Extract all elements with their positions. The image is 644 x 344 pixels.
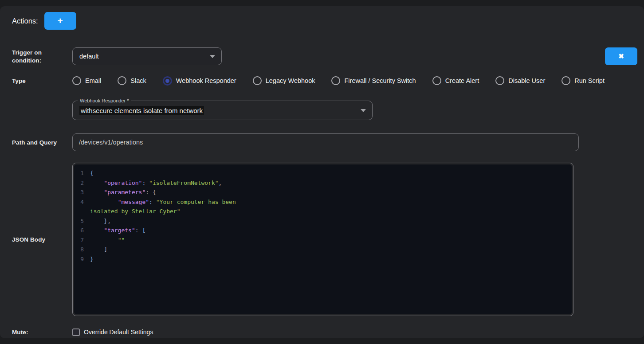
code-line: 9} <box>74 254 572 264</box>
chevron-down-icon <box>361 109 366 112</box>
radio-legacy-webhook[interactable]: Legacy Webhook <box>253 76 315 85</box>
code-text: "message": "Your computer has been <box>90 197 236 207</box>
code-text: }, <box>90 216 111 226</box>
radio-circle-icon[interactable] <box>331 76 340 85</box>
radio-run-script[interactable]: Run Script <box>562 76 605 85</box>
line-number: 6 <box>74 226 87 235</box>
type-row: Type EmailSlackWebhook ResponderLegacy W… <box>0 74 644 87</box>
radio-dot <box>564 79 568 83</box>
radio-email[interactable]: Email <box>72 76 101 85</box>
line-number <box>74 207 87 216</box>
actions-label: Actions: <box>12 17 38 25</box>
radio-label: Disable User <box>508 77 545 84</box>
line-number: 7 <box>74 235 87 245</box>
webhook-responder-value: withsecure elements isolate from network <box>79 107 204 114</box>
code-text: ] <box>90 245 107 254</box>
code-text: isolated by Stellar Cyber" <box>90 207 181 216</box>
radio-dot <box>165 79 169 83</box>
line-number: 5 <box>74 216 87 226</box>
radio-circle-icon[interactable] <box>495 76 504 85</box>
code-text: } <box>90 254 94 264</box>
code-line: 6 "targets": [ <box>74 226 572 235</box>
radio-dot <box>120 79 124 83</box>
line-number: 8 <box>74 245 87 254</box>
webhook-responder-row: Webhook Responder * withsecure elements … <box>0 101 644 120</box>
radio-circle-icon[interactable] <box>118 76 126 85</box>
radio-label: Email <box>85 77 101 84</box>
radio-label: Run Script <box>574 77 605 84</box>
code-text: "" <box>90 235 125 245</box>
radio-webhook-responder[interactable]: Webhook Responder <box>163 76 236 86</box>
radio-circle-icon[interactable] <box>432 76 441 85</box>
type-radio-group: EmailSlackWebhook ResponderLegacy Webhoo… <box>72 76 605 86</box>
radio-label: Webhook Responder <box>176 77 236 84</box>
radio-firewall-security-switch[interactable]: Firewall / Security Switch <box>331 76 416 85</box>
line-number: 9 <box>74 254 87 264</box>
plus-icon: + <box>58 16 63 26</box>
radio-dot <box>498 79 502 83</box>
mute-row: Mute: Override Default Settings <box>0 328 644 336</box>
override-default-settings-label: Override Default Settings <box>84 328 153 336</box>
code-line: 8 ] <box>74 245 572 254</box>
type-label: Type <box>12 78 26 84</box>
trigger-condition-label: Trigger on condition: <box>12 49 42 64</box>
code-line: 7 "" <box>74 235 572 245</box>
radio-slack[interactable]: Slack <box>118 76 146 85</box>
webhook-responder-select[interactable]: Webhook Responder * withsecure elements … <box>72 101 373 120</box>
radio-dot <box>75 79 79 83</box>
code-line: isolated by Stellar Cyber" <box>74 207 572 216</box>
radio-label: Firewall / Security Switch <box>344 77 416 84</box>
radio-circle-icon[interactable] <box>72 76 81 85</box>
path-query-row: Path and Query <box>0 133 644 151</box>
code-line: 3 "parameters": { <box>74 188 572 197</box>
code-text: "targets": [ <box>90 226 145 235</box>
trigger-condition-value: default <box>79 53 99 60</box>
code-text: "parameters": { <box>90 188 156 197</box>
radio-label: Legacy Webhook <box>266 77 315 84</box>
chevron-down-icon <box>210 55 215 58</box>
trigger-condition-row: Trigger on condition: default <box>0 47 644 65</box>
code-line: 1{ <box>74 168 572 178</box>
radio-circle-icon[interactable] <box>253 76 262 85</box>
radio-dot <box>334 79 338 83</box>
code-line: 2 "operation": "isolateFromNetwork", <box>74 178 572 188</box>
webhook-responder-select-label: Webhook Responder * <box>78 98 131 103</box>
add-action-button[interactable]: + <box>44 12 76 30</box>
json-body-row: JSON Body 1{2 "operation": "isolateFromN… <box>0 163 644 316</box>
radio-disable-user[interactable]: Disable User <box>495 76 545 85</box>
code-text: { <box>90 168 94 178</box>
radio-circle-icon[interactable] <box>562 76 570 85</box>
code-line: 5 }, <box>74 216 572 226</box>
json-body-label: JSON Body <box>12 236 45 243</box>
line-number: 3 <box>74 188 87 197</box>
path-query-input[interactable] <box>72 133 579 151</box>
line-number: 4 <box>74 197 87 207</box>
path-query-label: Path and Query <box>12 139 57 146</box>
line-number: 1 <box>74 168 87 178</box>
radio-dot <box>255 79 259 83</box>
radio-circle-icon[interactable] <box>163 76 172 86</box>
code-text: "operation": "isolateFromNetwork", <box>90 178 222 188</box>
action-config-panel: Actions: + ✖ Trigger on condition: defau… <box>0 6 644 338</box>
json-body-code[interactable]: 1{2 "operation": "isolateFromNetwork",3 … <box>74 164 572 314</box>
trigger-condition-select[interactable]: default <box>72 47 222 65</box>
radio-label: Slack <box>130 77 146 84</box>
mute-label: Mute: <box>12 329 28 336</box>
line-number: 2 <box>74 178 87 188</box>
radio-label: Create Alert <box>445 77 479 84</box>
actions-row: Actions: + <box>0 12 644 30</box>
code-line: 4 "message": "Your computer has been <box>74 197 572 207</box>
override-default-settings-checkbox[interactable] <box>72 328 80 336</box>
radio-create-alert[interactable]: Create Alert <box>432 76 479 85</box>
json-body-editor[interactable]: 1{2 "operation": "isolateFromNetwork",3 … <box>72 163 573 316</box>
radio-dot <box>435 79 439 83</box>
